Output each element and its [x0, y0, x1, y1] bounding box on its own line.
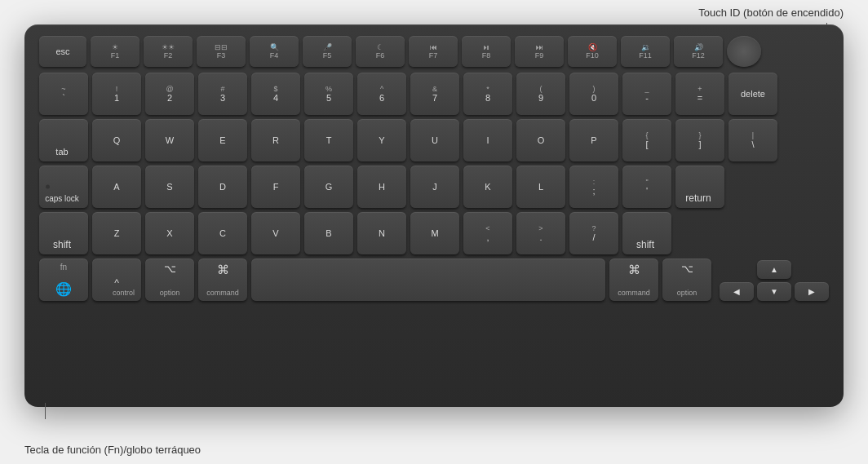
key-n[interactable]: N	[357, 212, 406, 254]
key-tab[interactable]: tab	[39, 119, 88, 161]
key-f3[interactable]: ⊟⊟ F3	[197, 36, 246, 67]
key-arrow-down[interactable]: ▼	[757, 282, 791, 301]
key-v[interactable]: V	[251, 212, 300, 254]
key-f2[interactable]: ☀☀ F2	[144, 36, 193, 67]
key-f4[interactable]: 🔍 F4	[250, 36, 299, 67]
key-q[interactable]: Q	[92, 119, 141, 161]
key-x[interactable]: X	[145, 212, 194, 254]
key-slash[interactable]: ? /	[569, 212, 618, 254]
key-arrow-up[interactable]: ▲	[757, 260, 791, 279]
key-s[interactable]: S	[145, 166, 194, 208]
key-semicolon[interactable]: : ;	[569, 166, 618, 208]
key-d[interactable]: D	[198, 166, 247, 208]
key-i[interactable]: I	[463, 119, 512, 161]
key-f1[interactable]: ☀ F1	[91, 36, 140, 67]
key-capslock[interactable]: caps lock	[39, 166, 88, 208]
key-touchid[interactable]	[727, 36, 761, 67]
key-fn[interactable]: fn 🌐	[39, 259, 88, 301]
key-f10[interactable]: 🔇 F10	[568, 36, 617, 67]
key-equals[interactable]: + =	[675, 73, 724, 115]
num-row: ~ ` ! 1 @ 2 # 3 $ 4 % 5	[39, 73, 829, 115]
key-backtick[interactable]: ~ `	[39, 73, 88, 115]
key-f5[interactable]: 🎤 F5	[303, 36, 352, 67]
key-o[interactable]: O	[516, 119, 565, 161]
key-6[interactable]: ^ 6	[357, 73, 406, 115]
key-esc[interactable]: esc	[39, 36, 86, 67]
asdf-row: caps lock A S D F G H J K L : ; " ' retu…	[39, 166, 829, 208]
key-u[interactable]: U	[410, 119, 459, 161]
touchid-annotation: Touch ID (botón de encendido)	[698, 7, 844, 19]
key-3[interactable]: # 3	[198, 73, 247, 115]
key-backslash[interactable]: | \	[728, 119, 777, 161]
key-option-left[interactable]: ⌥ option	[145, 259, 194, 301]
key-f[interactable]: F	[251, 166, 300, 208]
key-a[interactable]: A	[92, 166, 141, 208]
key-return[interactable]: return	[675, 166, 724, 208]
key-4[interactable]: $ 4	[251, 73, 300, 115]
key-9[interactable]: ( 9	[516, 73, 565, 115]
key-option-right[interactable]: ⌥ option	[662, 259, 711, 301]
key-c[interactable]: C	[198, 212, 247, 254]
key-y[interactable]: Y	[357, 119, 406, 161]
key-lbracket[interactable]: { [	[622, 119, 671, 161]
key-shift-right[interactable]: shift	[622, 212, 671, 254]
key-l[interactable]: L	[516, 166, 565, 208]
key-f12[interactable]: 🔊 F12	[674, 36, 723, 67]
key-command-left[interactable]: ⌘ command	[198, 259, 247, 301]
key-control[interactable]: ^ control	[92, 259, 141, 301]
zxcv-row: shift Z X C V B N M < , > . ? / shift	[39, 212, 829, 254]
fn-label: Tecla de función (Fn)/globo terráqueo	[24, 444, 201, 456]
key-t[interactable]: T	[304, 119, 353, 161]
arrow-top-row: ▲	[720, 260, 829, 279]
fn-annotation: Tecla de función (Fn)/globo terráqueo	[24, 444, 201, 456]
key-quote[interactable]: " '	[622, 166, 671, 208]
keyboard-rows: esc ☀ F1 ☀☀ F2 ⊟⊟ F3 🔍 F4 🎤 F5	[39, 36, 829, 394]
capslock-indicator	[46, 185, 50, 189]
key-b[interactable]: B	[304, 212, 353, 254]
key-command-right[interactable]: ⌘ command	[609, 259, 658, 301]
key-comma[interactable]: < ,	[463, 212, 512, 254]
key-5[interactable]: % 5	[304, 73, 353, 115]
arrow-bottom-row: ◀ ▼ ▶	[720, 282, 829, 301]
key-space[interactable]	[251, 259, 605, 301]
key-z[interactable]: Z	[92, 212, 141, 254]
key-w[interactable]: W	[145, 119, 194, 161]
key-arrow-right[interactable]: ▶	[795, 282, 829, 301]
key-2[interactable]: @ 2	[145, 73, 194, 115]
key-delete[interactable]: delete	[728, 73, 777, 115]
key-r[interactable]: R	[251, 119, 300, 161]
fn-line	[45, 403, 46, 419]
key-f8[interactable]: ⏯ F8	[462, 36, 511, 67]
key-j[interactable]: J	[410, 166, 459, 208]
key-g[interactable]: G	[304, 166, 353, 208]
key-shift-left[interactable]: shift	[39, 212, 88, 254]
key-period[interactable]: > .	[516, 212, 565, 254]
key-7[interactable]: & 7	[410, 73, 459, 115]
fn-row: esc ☀ F1 ☀☀ F2 ⊟⊟ F3 🔍 F4 🎤 F5	[39, 36, 829, 67]
key-1[interactable]: ! 1	[92, 73, 141, 115]
key-p[interactable]: P	[569, 119, 618, 161]
key-0[interactable]: ) 0	[569, 73, 618, 115]
qwerty-row: tab Q W E R T Y U I O P { [ } ] | \	[39, 119, 829, 161]
key-minus[interactable]: _ -	[622, 73, 671, 115]
key-f9[interactable]: ⏭ F9	[515, 36, 564, 67]
key-k[interactable]: K	[463, 166, 512, 208]
bottom-row: fn 🌐 ^ control ⌥ option ⌘ command ⌘ comm…	[39, 259, 829, 301]
key-8[interactable]: * 8	[463, 73, 512, 115]
key-m[interactable]: M	[410, 212, 459, 254]
key-rbracket[interactable]: } ]	[675, 119, 724, 161]
key-f11[interactable]: 🔉 F11	[621, 36, 670, 67]
touchid-label: Touch ID (botón de encendido)	[698, 7, 844, 19]
key-h[interactable]: H	[357, 166, 406, 208]
key-arrow-left[interactable]: ◀	[720, 282, 754, 301]
key-f6[interactable]: ☾ F6	[356, 36, 405, 67]
key-e[interactable]: E	[198, 119, 247, 161]
key-f7[interactable]: ⏮ F7	[409, 36, 458, 67]
keyboard: esc ☀ F1 ☀☀ F2 ⊟⊟ F3 🔍 F4 🎤 F5	[24, 24, 844, 407]
arrow-cluster: ▲ ◀ ▼ ▶	[720, 260, 829, 301]
